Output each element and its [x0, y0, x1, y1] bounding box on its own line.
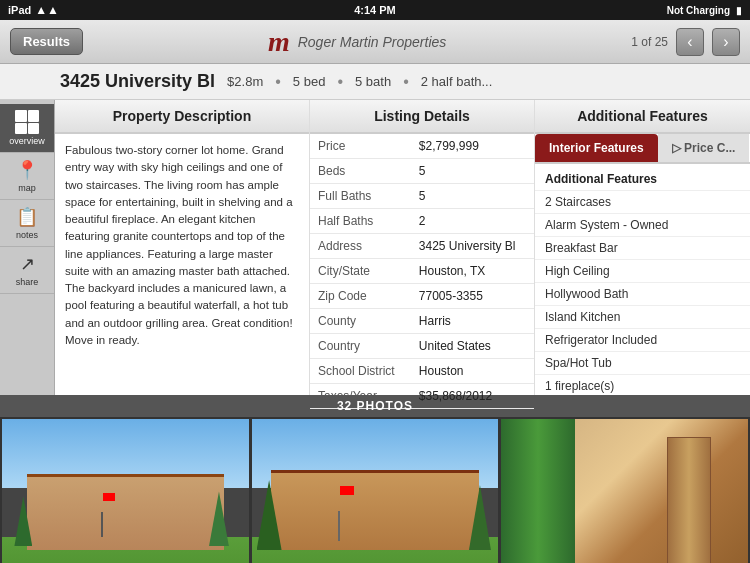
listing-label: Zip Code: [310, 284, 411, 309]
sidebar-label-share: share: [16, 277, 39, 287]
status-time: 4:14 PM: [354, 4, 396, 16]
listing-label: Full Baths: [310, 184, 411, 209]
listing-value: Harris: [411, 309, 534, 334]
not-charging-label: Not Charging: [667, 5, 730, 16]
feature-item: High Ceiling: [535, 260, 750, 283]
photos-count: 32 PHOTOS: [337, 399, 413, 413]
photo-3[interactable]: [501, 419, 748, 563]
sidebar-item-notes[interactable]: 📋 notes: [0, 200, 54, 247]
property-title: 3425 University Bl: [60, 71, 215, 92]
property-half-baths: 2 half bath...: [421, 74, 493, 89]
features-header: Additional Features: [535, 100, 750, 134]
share-icon: ↗: [20, 253, 35, 275]
property-baths: 5 bath: [355, 74, 391, 89]
listing-table: Price$2,799,999Beds5Full Baths5Half Bath…: [310, 134, 534, 409]
sidebar-label-notes: notes: [16, 230, 38, 240]
listing-row: Full Baths5: [310, 184, 534, 209]
listing-label: Country: [310, 334, 411, 359]
listing-value: 2: [411, 209, 534, 234]
photos-bar: 32 PHOTOS: [0, 395, 750, 417]
listing-label: County: [310, 309, 411, 334]
feature-item: Hollywood Bath: [535, 283, 750, 306]
property-header: 3425 University Bl $2.8m • 5 bed • 5 bat…: [0, 64, 750, 100]
listing-label: Half Baths: [310, 209, 411, 234]
listing-value: 3425 University Bl: [411, 234, 534, 259]
photo-1[interactable]: [2, 419, 249, 563]
listing-row: Beds5: [310, 159, 534, 184]
property-price: $2.8m: [227, 74, 263, 89]
listing-row: CountyHarris: [310, 309, 534, 334]
overview-icon: [15, 110, 39, 134]
feature-item: Island Kitchen: [535, 306, 750, 329]
main-area: overview 📍 map 📋 notes ↗ share Property …: [0, 100, 750, 395]
sidebar: overview 📍 map 📋 notes ↗ share: [0, 100, 55, 395]
status-bar: iPad ▲▲ 4:14 PM Not Charging ▮: [0, 0, 750, 20]
feature-item: Refrigerator Included: [535, 329, 750, 352]
prev-button[interactable]: ‹: [676, 28, 704, 56]
tab-price-label: ▷ Price C...: [672, 141, 736, 155]
listing-value: $35,868/2012: [411, 384, 534, 409]
feature-item: 1 fireplace(s): [535, 375, 750, 395]
listing-value: United States: [411, 334, 534, 359]
features-column: Additional Features Interior Features ▷ …: [535, 100, 750, 395]
listing-value: $2,799,999: [411, 134, 534, 159]
listing-value: Houston, TX: [411, 259, 534, 284]
listing-label: Beds: [310, 159, 411, 184]
feature-item: Additional Features: [535, 168, 750, 191]
listing-count: 1 of 25: [631, 35, 668, 49]
tab-price[interactable]: ▷ Price C...: [658, 134, 750, 162]
listing-row: CountryUnited States: [310, 334, 534, 359]
nav-right: 1 of 25 ‹ ›: [631, 28, 740, 56]
sidebar-item-overview[interactable]: overview: [0, 104, 54, 153]
features-list: Additional Features2 StaircasesAlarm Sys…: [535, 164, 750, 395]
listing-label: Address: [310, 234, 411, 259]
listing-label: School District: [310, 359, 411, 384]
listing-row: Half Baths2: [310, 209, 534, 234]
listing-row: City/StateHouston, TX: [310, 259, 534, 284]
description-header: Property Description: [55, 100, 309, 134]
map-icon: 📍: [16, 159, 38, 181]
results-button[interactable]: Results: [10, 28, 83, 55]
listing-value: 5: [411, 159, 534, 184]
feature-item: Spa/Hot Tub: [535, 352, 750, 375]
dot1: •: [275, 73, 281, 91]
ipad-label: iPad: [8, 4, 31, 16]
description-column: Property Description Fabulous two-story …: [55, 100, 310, 395]
property-beds: 5 bed: [293, 74, 326, 89]
wifi-icon: ▲▲: [35, 3, 59, 17]
sidebar-item-share[interactable]: ↗ share: [0, 247, 54, 294]
status-left: iPad ▲▲: [8, 3, 59, 17]
listing-value: 77005-3355: [411, 284, 534, 309]
sidebar-label-map: map: [18, 183, 36, 193]
photos-row: [0, 417, 750, 563]
sidebar-label-overview: overview: [9, 136, 45, 146]
features-tabs: Interior Features ▷ Price C...: [535, 134, 750, 164]
description-body: Fabulous two-story corner lot home. Gran…: [55, 134, 309, 395]
listing-value: 5: [411, 184, 534, 209]
logo: m Roger Martin Properties: [268, 26, 446, 58]
status-right: Not Charging ▮: [667, 5, 742, 16]
listing-label: City/State: [310, 259, 411, 284]
listing-row: Address3425 University Bl: [310, 234, 534, 259]
battery-icon: ▮: [736, 5, 742, 16]
listing-column: Listing Details Price$2,799,999Beds5Full…: [310, 100, 535, 395]
logo-text: Roger Martin Properties: [298, 34, 447, 50]
tab-interior[interactable]: Interior Features: [535, 134, 658, 162]
notes-icon: 📋: [16, 206, 38, 228]
dot3: •: [403, 73, 409, 91]
feature-item: Alarm System - Owned: [535, 214, 750, 237]
logo-m: m: [268, 26, 290, 58]
photo-2[interactable]: [252, 419, 499, 563]
listing-header: Listing Details: [310, 100, 534, 134]
feature-item: Breakfast Bar: [535, 237, 750, 260]
top-nav: Results m Roger Martin Properties 1 of 2…: [0, 20, 750, 64]
next-button[interactable]: ›: [712, 28, 740, 56]
listing-label: Price: [310, 134, 411, 159]
feature-item: 2 Staircases: [535, 191, 750, 214]
sidebar-item-map[interactable]: 📍 map: [0, 153, 54, 200]
listing-row: Zip Code77005-3355: [310, 284, 534, 309]
listing-row: School DistrictHouston: [310, 359, 534, 384]
listing-value: Houston: [411, 359, 534, 384]
dot2: •: [337, 73, 343, 91]
listing-row: Price$2,799,999: [310, 134, 534, 159]
